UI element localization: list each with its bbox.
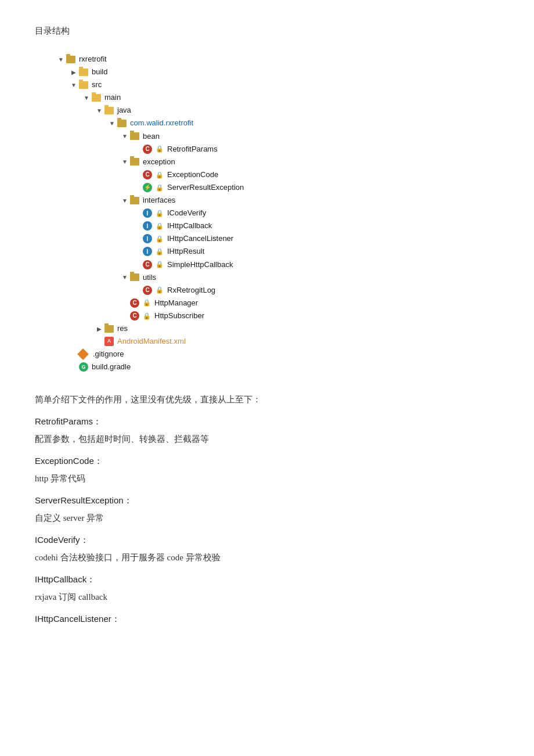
node-label: main [104, 91, 121, 104]
detail-serverresultexception: 自定义 server 异常 [35, 509, 499, 527]
lock-icon: 🔒 [156, 170, 164, 181]
tree-children-main: ▼ java ▼ com.walid.rxretrofit ▼ [96, 104, 499, 348]
tree-node-httpsubscriber: C 🔒 HttpSubscriber [122, 309, 499, 322]
node-label: build.gradle [92, 361, 131, 373]
node-label: res [117, 322, 128, 335]
folder-icon [92, 94, 101, 102]
tree-node-java: ▼ java [96, 104, 499, 117]
term-ihttpcancellistener: IHttpCancelListener： [35, 610, 499, 628]
lock-icon: 🔒 [156, 182, 164, 193]
node-label: RetrofitParams [167, 143, 218, 156]
class-i-icon: I [143, 221, 152, 231]
node-label: bean [143, 130, 160, 143]
node-label: src [92, 78, 102, 91]
node-label: java [117, 104, 131, 117]
term-exceptioncode: ExceptionCode： [35, 452, 499, 470]
tree-node-rxretrofit: ▼ rxretrofit [58, 53, 499, 66]
gitignore-icon [77, 348, 89, 360]
lock-icon: 🔒 [156, 208, 164, 219]
tree-node-simplehttpcallback: C 🔒 SimpleHttpCallback [135, 258, 499, 271]
tree-node-ihttpcancellistener: I 🔒 IHttpCancelListener [135, 232, 499, 245]
gradle-icon: G [79, 362, 88, 372]
detail-icodeverify: codehi 合法校验接口，用于服务器 code 异常校验 [35, 549, 499, 566]
class-i-icon: I [143, 208, 152, 218]
tree-node-src: ▼ src [71, 78, 499, 91]
lock-icon: 🔒 [156, 221, 164, 232]
tree-children-interfaces: I 🔒 ICodeVerify I 🔒 IHttpCallback [135, 207, 499, 271]
folder-icon [130, 132, 139, 140]
class-c-icon: C [130, 298, 139, 308]
term-ihttpcallback: IHttpCallback： [35, 571, 499, 588]
term-serverresultexception: ServerResultException： [35, 492, 499, 509]
folder-icon [104, 107, 114, 114]
folder-icon [79, 81, 88, 89]
tree-node-rxretrogitlog: C 🔒 RxRetrogitLog [135, 284, 499, 297]
node-label: HttpSubscriber [154, 309, 204, 322]
tree-node-ihttpresult: I 🔒 IHttpResult [135, 245, 499, 258]
tree-node-exception: ▼ exception [122, 156, 499, 168]
class-c-icon: C [143, 286, 152, 295]
tree-node-main: ▼ main [84, 91, 499, 104]
tree-children-com-walid: ▼ bean C 🔒 RetrofitParams [122, 130, 499, 322]
tree-node-ihttpcallback: I 🔒 IHttpCallback [135, 219, 499, 232]
node-label: HttpManager [154, 297, 198, 309]
class-e-icon: ⚡ [143, 183, 152, 192]
class-c-icon: C [143, 260, 152, 269]
term-retrofitparams: RetrofitParams： [35, 413, 499, 430]
lock-icon: 🔒 [156, 143, 164, 154]
node-label: rxretrofit [79, 53, 107, 66]
tree-children-src: ▼ main ▼ java ▼ com.walid.rxretrofit [84, 91, 499, 348]
tree-node-com-walid: ▼ com.walid.rxretrofit [109, 117, 499, 129]
tree-children-rxretrofit: ▶ build ▼ src ▼ main ▼ java [71, 66, 499, 373]
tree-node-utils: ▼ utils [122, 271, 499, 284]
descriptions-container: 简单介绍下文件的作用，这里没有优先级，直接从上至下： RetrofitParam… [35, 391, 499, 628]
tree-node-httpmanager: C 🔒 HttpManager [122, 297, 499, 309]
node-label: AndroidManifest.xml [117, 335, 186, 348]
folder-icon [130, 158, 139, 165]
folder-icon [104, 325, 114, 333]
lock-icon: 🔒 [156, 285, 164, 296]
tree-node-icodeverify: I 🔒 ICodeVerify [135, 207, 499, 219]
detail-retrofitparams: 配置参数，包括超时时间、转换器、拦截器等 [35, 430, 499, 448]
tree-node-androidmanifest: A AndroidManifest.xml [96, 335, 499, 348]
tree-node-build: ▶ build [71, 66, 499, 78]
node-label: interfaces [143, 194, 175, 207]
tree-children-java: ▼ com.walid.rxretrofit ▼ bean [109, 117, 499, 322]
lock-icon: 🔒 [156, 259, 164, 270]
lock-icon: 🔒 [143, 311, 151, 322]
node-label: ICodeVerify [167, 207, 206, 219]
lock-icon: 🔒 [156, 246, 164, 257]
detail-exceptioncode: http 异常代码 [35, 470, 499, 487]
folder-icon [79, 69, 88, 76]
node-label: utils [143, 271, 156, 284]
tree-children-utils: C 🔒 RxRetrogitLog [135, 284, 499, 297]
tree-node-bean: ▼ bean [122, 130, 499, 143]
class-c-icon: C [143, 170, 152, 179]
node-label: ExceptionCode [167, 168, 218, 181]
folder-icon [130, 197, 139, 204]
manifest-icon: A [104, 337, 114, 346]
node-label: exception [143, 156, 175, 168]
node-label: ServerResultException [167, 181, 244, 194]
node-label: SimpleHttpCallback [167, 258, 233, 271]
lock-icon: 🔒 [156, 233, 164, 244]
term-icodeverify: ICodeVerify： [35, 531, 499, 549]
class-c-icon: C [130, 311, 139, 321]
node-label: .gitignore [93, 348, 124, 361]
intro-text: 简单介绍下文件的作用，这里没有优先级，直接从上至下： [35, 391, 499, 408]
page-title: 目录结构 [35, 23, 499, 39]
lock-icon: 🔒 [143, 297, 151, 308]
tree-node-serverresultexception: ⚡ 🔒 ServerResultException [135, 181, 499, 194]
node-label: build [92, 66, 107, 78]
node-label: com.walid.rxretrofit [130, 117, 193, 129]
tree-node-retrofitparams: C 🔒 RetrofitParams [135, 143, 499, 156]
node-label: IHttpCancelListener [167, 232, 233, 245]
folder-icon [117, 120, 127, 127]
class-i-icon: I [143, 247, 152, 256]
detail-ihttpcallback: rxjava 订阅 callback [35, 588, 499, 606]
node-label: RxRetrogitLog [167, 284, 215, 297]
tree-node-gitignore: .gitignore [71, 348, 499, 361]
class-c-icon: C [143, 145, 152, 154]
tree-node-res: ▶ res [96, 322, 499, 335]
node-label: IHttpResult [167, 245, 204, 258]
